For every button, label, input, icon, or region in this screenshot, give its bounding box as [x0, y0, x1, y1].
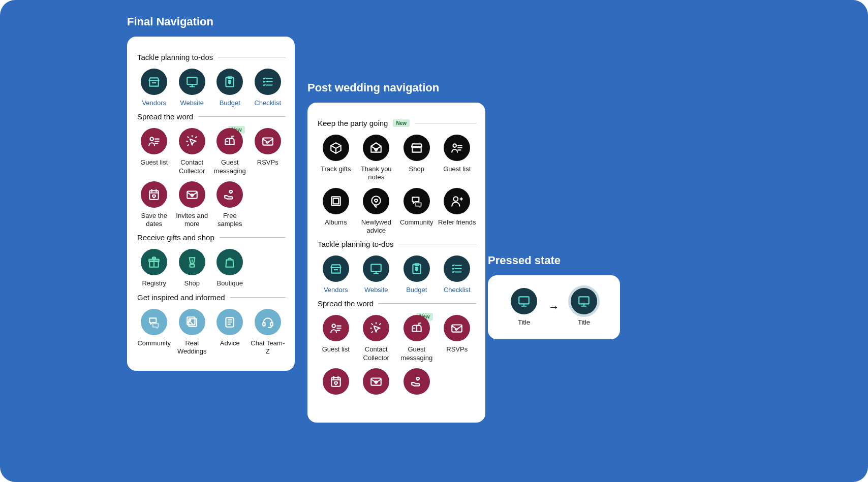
section-label: Spread the word — [137, 112, 193, 121]
item-label: Vendors — [142, 99, 166, 107]
item-label: Refer friends — [438, 218, 476, 227]
store-icon — [141, 69, 167, 95]
calendar-heart-icon — [323, 368, 349, 395]
arrow-right-icon: → — [548, 301, 560, 314]
albums-item[interactable]: Albums — [317, 188, 355, 235]
item-label: Budget — [220, 99, 240, 107]
divider — [218, 57, 286, 57]
monitor-icon — [179, 69, 205, 95]
community-post-item[interactable]: Community — [397, 188, 436, 235]
item-label: Chat Team-Z — [250, 339, 286, 356]
real-weddings-item[interactable]: Real Weddings — [174, 309, 210, 356]
checklist-icon — [444, 255, 470, 282]
item-label: Thank you notes — [357, 165, 396, 182]
section-header-party: Keep the party going New — [318, 119, 476, 127]
new-badge: New — [393, 119, 410, 127]
contact-collector-post-item[interactable]: Contact Collector — [357, 315, 396, 362]
shopping-bag-icon — [216, 249, 243, 275]
divider — [230, 297, 286, 298]
inspired-grid: Community Real Weddings Advice Chat Team… — [136, 309, 286, 356]
checklist-post-item[interactable]: Checklist — [438, 255, 477, 294]
guest-list-post-item[interactable]: Guest list — [438, 135, 477, 182]
item-label: Vendors — [324, 286, 348, 294]
final-nav-panel: Tackle planning to-dos Vendors Website B… — [127, 37, 295, 371]
shop-post-item[interactable]: Shop — [397, 135, 436, 182]
contact-collector-item[interactable]: Contact Collector — [174, 128, 210, 175]
item-label: Boutique — [217, 279, 243, 287]
item-label: Website — [364, 286, 388, 294]
pressed-normal-item[interactable]: Title — [511, 288, 537, 327]
save-dates-item[interactable]: Save the dates — [136, 181, 172, 229]
guest-list-icon — [323, 315, 349, 341]
website-post-item[interactable]: Website — [357, 255, 396, 294]
divider — [415, 123, 476, 123]
guest-messaging-item[interactable]: NewGuest messaging — [212, 128, 248, 175]
section-label: Spread the word — [318, 299, 374, 308]
guest-list-item[interactable]: Guest list — [136, 128, 172, 175]
budget-post-item[interactable]: Budget — [397, 255, 436, 294]
divider — [220, 237, 286, 238]
website-item[interactable]: Website — [174, 69, 210, 107]
item-label: RSVPs — [446, 345, 468, 354]
vendors-item[interactable]: Vendors — [136, 69, 172, 107]
mailbox-icon — [404, 315, 430, 341]
free-samples-post-item[interactable] — [397, 368, 436, 399]
section-label: Tackle planning to-dos — [318, 240, 393, 248]
budget-item[interactable]: Budget — [212, 69, 248, 107]
section-header-gifts: Receive gifts and shop — [137, 233, 286, 242]
item-label: Contact Collector — [357, 345, 396, 362]
registry-item[interactable]: Registry — [136, 249, 172, 287]
shop-item[interactable]: Shop — [174, 249, 210, 287]
heart-speech-icon — [363, 188, 389, 214]
section-header-spread: Spread the word — [137, 112, 286, 121]
item-label: Albums — [325, 218, 347, 227]
section-header-inspired: Get inspired and informed — [137, 293, 286, 302]
track-gifts-item[interactable]: Track gifts — [317, 135, 355, 182]
invites-post-item[interactable] — [357, 368, 396, 399]
item-label: Save the dates — [136, 212, 172, 229]
item-label: Shop — [409, 165, 424, 173]
item-label: Advice — [220, 339, 240, 347]
chat-team-z-item[interactable]: Chat Team-Z — [250, 309, 286, 356]
pressed-active-item[interactable]: Title — [571, 288, 597, 327]
item-label: Community — [137, 339, 171, 347]
rsvps-item[interactable]: RSVPs — [250, 128, 286, 175]
divider — [198, 116, 286, 117]
money-clipboard-icon — [216, 69, 243, 95]
book-icon — [216, 309, 243, 335]
community-item[interactable]: Community — [136, 309, 172, 356]
guest-messaging-post-item[interactable]: NewGuest messaging — [397, 315, 436, 362]
rsvps-post-item[interactable]: RSVPs — [438, 315, 477, 362]
planning-post-grid: Vendors Website Budget Checklist — [317, 255, 476, 294]
calendar-heart-icon — [141, 181, 167, 208]
vendors-post-item[interactable]: Vendors — [317, 255, 355, 294]
thank-you-notes-item[interactable]: Thank you notes — [357, 135, 396, 182]
refer-friends-item[interactable]: Refer friends — [438, 188, 477, 235]
section-label: Tackle planning to-dos — [137, 53, 213, 61]
item-label: Website — [180, 99, 204, 107]
checklist-item[interactable]: Checklist — [250, 69, 286, 107]
cursor-click-icon — [179, 128, 205, 154]
save-dates-post-item[interactable] — [317, 368, 355, 399]
item-label: Invites and more — [174, 212, 210, 229]
guest-list-icon — [444, 135, 470, 161]
money-clipboard-icon — [404, 255, 430, 282]
newlywed-advice-item[interactable]: Newlywed advice — [357, 188, 396, 235]
monitor-icon — [511, 288, 537, 314]
guest-list-spread-item[interactable]: Guest list — [317, 315, 355, 362]
chat-bubbles-icon — [404, 188, 430, 214]
item-label: Checklist — [254, 99, 281, 107]
post-wedding-block: Post wedding navigation Keep the party g… — [307, 81, 485, 423]
item-label: Newlywed advice — [357, 218, 396, 235]
invites-item[interactable]: Invites and more — [174, 181, 210, 229]
item-label: Guest messaging — [397, 345, 436, 362]
post-nav-title: Post wedding navigation — [307, 81, 485, 94]
section-label: Keep the party going — [318, 119, 388, 127]
hand-heart-icon — [404, 368, 430, 395]
hand-heart-icon — [216, 181, 243, 208]
final-nav-title: Final Navigation — [127, 15, 295, 28]
advice-item[interactable]: Advice — [212, 309, 248, 356]
free-samples-item[interactable]: Free samples — [212, 181, 248, 229]
envelope-heart-icon — [363, 368, 389, 395]
boutique-item[interactable]: Boutique — [212, 249, 248, 287]
